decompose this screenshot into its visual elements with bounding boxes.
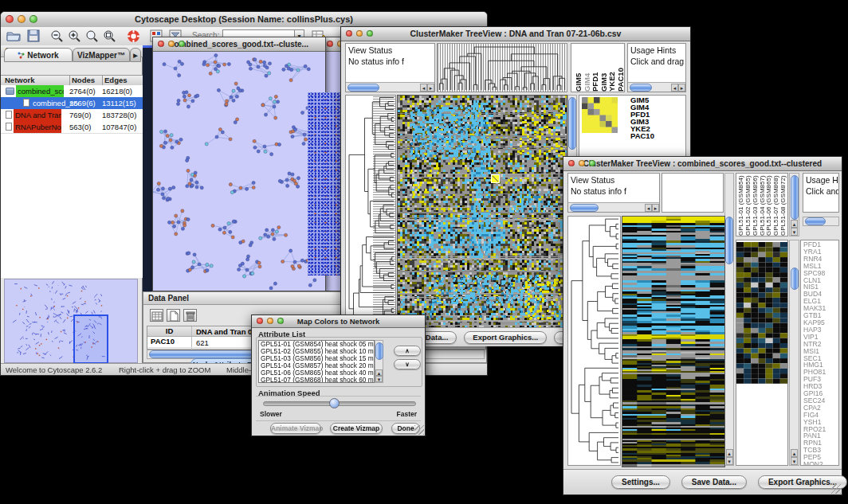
tab-network[interactable]: Network bbox=[4, 48, 73, 62]
usage-hints-hscrollbar[interactable]: ◂ ▸ bbox=[628, 82, 685, 92]
zoom-heatmap[interactable] bbox=[736, 242, 787, 384]
scrollbar-thumb[interactable] bbox=[791, 268, 799, 290]
view-status-hscrollbar[interactable]: ◂ ▸ bbox=[568, 202, 659, 212]
scrollbar-thumb[interactable] bbox=[568, 97, 576, 150]
dialog-title-bar[interactable]: Map Colors to Network bbox=[252, 315, 425, 328]
close-button[interactable] bbox=[6, 15, 14, 23]
tab-overflow[interactable]: ▶ bbox=[130, 48, 141, 62]
attribute-list[interactable]: GPL51-01 (GSM854) heat shock 05 minGPL51… bbox=[258, 340, 375, 383]
dense-network-cluster[interactable] bbox=[308, 92, 340, 275]
scroll-right-arrow[interactable]: ▸ bbox=[427, 84, 434, 92]
scroll-up-arrow[interactable]: ▴ bbox=[726, 449, 733, 457]
minimize-button[interactable] bbox=[579, 160, 585, 166]
heatmap-vscrollbar[interactable]: ▴ ▾ bbox=[724, 173, 734, 466]
network-view-title-bar[interactable]: combined_scores_good.txt--cluste... bbox=[153, 37, 325, 52]
network-list-row[interactable]: DNA and Tran 07 769(0) 183728(0) bbox=[1, 109, 143, 121]
gene-labels-list[interactable]: PFD1YRA1RNR4MSL1SPC98CLN1NIS1BUD4ELG1MAK… bbox=[800, 240, 839, 466]
scroll-up-arrow[interactable]: ▴ bbox=[791, 220, 798, 228]
zoom-in-icon[interactable] bbox=[68, 29, 81, 43]
tab-vizmapper[interactable]: VizMapper™ bbox=[73, 48, 130, 62]
zoom-selected-icon[interactable] bbox=[103, 29, 116, 43]
scroll-up-arrow[interactable]: ▴ bbox=[375, 369, 383, 376]
row-dendrogram[interactable] bbox=[345, 95, 396, 327]
resize-grip[interactable] bbox=[414, 425, 424, 435]
close-button[interactable] bbox=[346, 30, 352, 37]
table-mode-icon[interactable] bbox=[150, 309, 163, 322]
zoom-button[interactable] bbox=[29, 15, 37, 23]
network-list-row[interactable]: combined_sco 2569(6) 13112(15) bbox=[1, 97, 143, 109]
create-vizmap-button[interactable]: Create Vizmap bbox=[330, 423, 383, 434]
background-network-title-bar[interactable] bbox=[324, 37, 342, 52]
attribute-list-vscrollbar[interactable]: ▴ ▾ bbox=[375, 340, 383, 383]
move-attribute-up-button[interactable]: ∧ bbox=[394, 346, 421, 356]
new-attribute-icon[interactable] bbox=[167, 309, 180, 322]
usage-hints-hscrollbar[interactable] bbox=[803, 217, 839, 226]
network-list-row[interactable]: RNAPuberNov2+ 563(0) 107847(0) bbox=[1, 121, 143, 133]
column-labels-panel[interactable]: GIM5GIM4PFD1GIM3YKE2PAC10 bbox=[571, 43, 625, 92]
treeview-dna-title-bar[interactable]: ClusterMaker TreeView : DNA and Tran 07-… bbox=[341, 27, 690, 41]
global-heatmap[interactable] bbox=[397, 95, 567, 329]
scrollbar-thumb[interactable] bbox=[570, 204, 599, 212]
column-labels-panel[interactable]: GPL51-01 (GSM854)GPL51-02 (GSM855)GPL51-… bbox=[736, 173, 788, 236]
help-icon[interactable] bbox=[127, 29, 140, 43]
network-list-row[interactable]: combined_scores 2764(0) 16218(0) bbox=[1, 85, 143, 97]
zoom-fit-icon[interactable] bbox=[85, 29, 99, 43]
scroll-up-arrow[interactable]: ▴ bbox=[791, 449, 798, 457]
zoom-button[interactable] bbox=[589, 160, 595, 166]
column-dendrogram[interactable] bbox=[437, 43, 567, 92]
zoom-out-icon[interactable] bbox=[50, 29, 64, 43]
id-column-header[interactable]: ID bbox=[147, 326, 192, 336]
scrollbar-thumb[interactable] bbox=[805, 217, 826, 225]
scroll-left-arrow[interactable]: ◂ bbox=[671, 84, 678, 92]
treeview-action-button[interactable]: Export Graphics... bbox=[464, 331, 547, 344]
row-dendrogram[interactable] bbox=[567, 216, 621, 466]
column-network[interactable]: Network bbox=[5, 76, 34, 85]
scrollbar-thumb[interactable] bbox=[630, 84, 652, 92]
zoom-button[interactable] bbox=[179, 41, 185, 47]
delete-attribute-icon[interactable] bbox=[183, 309, 197, 322]
global-heatmap[interactable] bbox=[622, 216, 725, 467]
slider-thumb[interactable] bbox=[329, 398, 340, 408]
scroll-down-arrow[interactable]: ▾ bbox=[375, 376, 383, 382]
close-button[interactable] bbox=[568, 160, 575, 166]
scrollbar-thumb[interactable] bbox=[725, 217, 733, 264]
zoom-vscrollbar[interactable]: ▴ ▾ bbox=[789, 240, 799, 466]
scrollbar-thumb[interactable] bbox=[375, 342, 383, 360]
open-file-icon[interactable] bbox=[6, 29, 22, 42]
minimize-button[interactable] bbox=[267, 318, 273, 324]
main-title-bar[interactable]: Cytoscape Desktop (Session Name: collins… bbox=[1, 12, 487, 28]
scroll-left-arrow[interactable]: ◂ bbox=[420, 84, 427, 92]
birdseye-viewport-rect[interactable] bbox=[73, 315, 108, 364]
scroll-down-arrow[interactable]: ▾ bbox=[791, 457, 798, 465]
scroll-right-arrow[interactable]: ▸ bbox=[652, 204, 659, 212]
view-status-hscrollbar[interactable]: ◂ ▸ bbox=[346, 82, 434, 92]
treeview-action-button[interactable]: Save Data... bbox=[681, 475, 747, 489]
zoom-heatmap[interactable] bbox=[582, 97, 618, 133]
save-session-icon[interactable] bbox=[27, 29, 41, 42]
scroll-left-arrow[interactable]: ◂ bbox=[645, 204, 652, 212]
minimize-button[interactable] bbox=[168, 41, 175, 47]
birdseye-view[interactable] bbox=[4, 279, 138, 363]
attribute-list-item[interactable]: GPL51-07 (GSM868) heat shock 60 min bbox=[259, 377, 374, 383]
network-canvas[interactable] bbox=[153, 51, 324, 290]
resize-grip[interactable] bbox=[831, 484, 841, 494]
column-edges[interactable]: Edges bbox=[102, 76, 128, 85]
minimize-button[interactable] bbox=[356, 30, 363, 37]
close-button[interactable] bbox=[257, 318, 263, 324]
column-labels-vscrollbar[interactable]: ▴ ▾ bbox=[789, 173, 799, 236]
zoom-button[interactable] bbox=[367, 30, 373, 37]
animation-speed-slider[interactable] bbox=[263, 401, 416, 406]
close-button[interactable] bbox=[158, 41, 164, 47]
close-button[interactable] bbox=[327, 41, 333, 47]
scroll-right-arrow[interactable]: ▸ bbox=[678, 84, 685, 92]
scrollbar-thumb[interactable] bbox=[791, 175, 799, 220]
column-nodes[interactable]: Nodes bbox=[69, 76, 95, 85]
treeview-combined-title-bar[interactable]: ClusterMaker TreeView : combined_scores_… bbox=[563, 157, 842, 171]
scroll-down-arrow[interactable]: ▾ bbox=[791, 228, 798, 236]
scroll-down-arrow[interactable]: ▾ bbox=[726, 457, 733, 465]
minimize-button[interactable] bbox=[18, 15, 26, 23]
scrollbar-thumb[interactable] bbox=[347, 84, 379, 92]
zoom-button[interactable] bbox=[277, 318, 284, 324]
column-dendrogram[interactable] bbox=[662, 173, 724, 213]
treeview-action-button[interactable]: Settings... bbox=[611, 475, 670, 489]
